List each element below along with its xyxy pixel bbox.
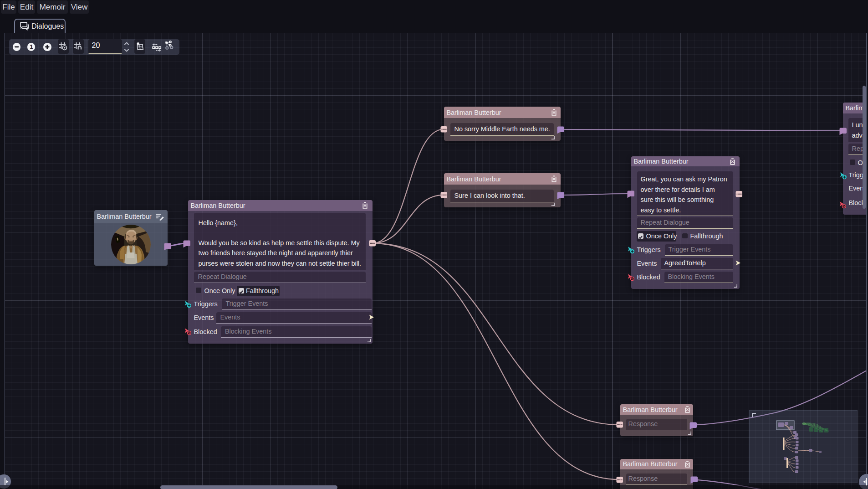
- svg-text:1: 1: [30, 43, 33, 50]
